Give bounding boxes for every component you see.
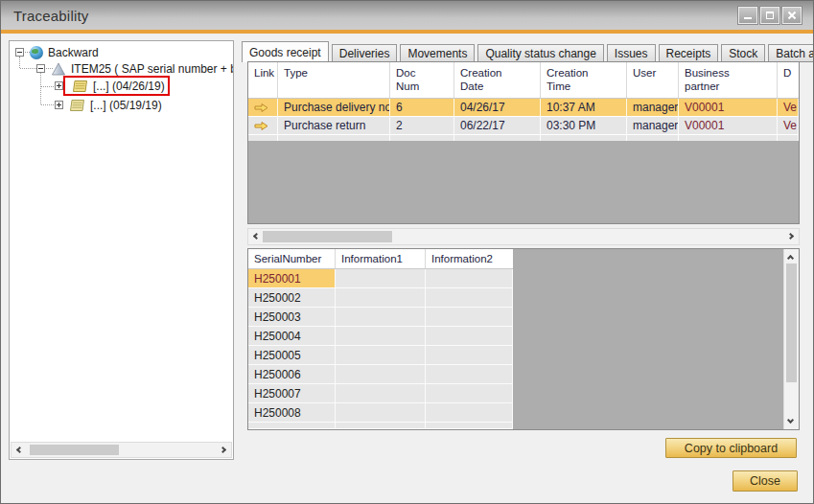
cell-serial[interactable]: H250007: [248, 384, 336, 402]
tab-issues[interactable]: Issues: [607, 44, 656, 62]
tab-stock[interactable]: Stock: [721, 44, 765, 62]
cell-information2[interactable]: [426, 365, 513, 383]
cell-business-partner[interactable]: V00001: [679, 117, 778, 134]
cell-d[interactable]: Ve: [778, 117, 799, 134]
column-header-d[interactable]: D: [778, 62, 799, 98]
cell-serial[interactable]: H250005: [248, 346, 336, 364]
collapse-icon[interactable]: [36, 64, 45, 73]
column-header-type[interactable]: Type: [278, 62, 390, 98]
tab-batch-attribute[interactable]: Batch attribute: [768, 44, 814, 62]
tree-connector: [41, 104, 54, 105]
table-row[interactable]: Purchase return 2 06/22/17 03:30 PM mana…: [248, 117, 799, 135]
column-header-doc-num[interactable]: DocNum: [390, 62, 454, 98]
cell-doc-num[interactable]: 6: [390, 99, 454, 116]
serial-row[interactable]: H250008: [248, 403, 513, 423]
globe-icon: [30, 46, 43, 59]
cell-information1[interactable]: [336, 269, 426, 287]
cell-type[interactable]: Purchase delivery note: [278, 99, 390, 116]
tree-horizontal-scrollbar[interactable]: [11, 442, 232, 458]
cell-information1[interactable]: [336, 365, 426, 383]
maximize-button[interactable]: [760, 7, 779, 24]
cell-doc-num[interactable]: 2: [390, 117, 454, 134]
tree-connector: [40, 73, 41, 104]
collapse-icon[interactable]: [15, 48, 24, 57]
documents-horizontal-scrollbar[interactable]: [247, 228, 800, 245]
column-header-link[interactable]: Link: [248, 62, 278, 98]
cell-link[interactable]: [248, 117, 278, 134]
scroll-down-icon[interactable]: [787, 417, 794, 424]
cell-serial[interactable]: H250008: [248, 403, 336, 422]
table-row[interactable]: Purchase delivery note 6 04/26/17 10:37 …: [248, 99, 799, 117]
cell-type[interactable]: Purchase return: [278, 117, 390, 134]
expand-icon[interactable]: [55, 81, 63, 90]
serial-row[interactable]: H250004: [248, 327, 513, 346]
tab-movements[interactable]: Movements: [400, 44, 475, 62]
column-header-creation-time[interactable]: CreationTime: [541, 62, 627, 98]
close-button[interactable]: [782, 7, 802, 24]
cell-information1[interactable]: [336, 403, 426, 422]
column-header-serialnumber[interactable]: SerialNumber: [248, 249, 336, 268]
cell-creation-time[interactable]: 03:30 PM: [541, 117, 627, 134]
column-header-information2[interactable]: Information2: [426, 249, 513, 268]
scrollbar-thumb[interactable]: [786, 263, 797, 382]
cell-creation-date[interactable]: 04/26/17: [454, 99, 541, 116]
close-dialog-button[interactable]: Close: [733, 470, 798, 492]
tab-receipts[interactable]: Receipts: [659, 44, 719, 62]
cell-creation-date[interactable]: 06/22/17: [454, 117, 541, 134]
serial-row[interactable]: H250007: [248, 384, 513, 403]
expand-icon[interactable]: [55, 101, 63, 109]
cell-information2[interactable]: [426, 346, 513, 364]
cell-information2[interactable]: [426, 403, 513, 422]
cell-serial[interactable]: H250003: [248, 308, 336, 326]
cell-serial[interactable]: H250004: [248, 327, 336, 345]
cell-information2[interactable]: [426, 384, 513, 402]
tree-item-batch-05-19-19[interactable]: [...] (05/19/19): [55, 97, 162, 113]
cell-information1[interactable]: [336, 346, 426, 364]
scroll-right-icon[interactable]: [220, 447, 226, 453]
column-header-information1[interactable]: Information1: [336, 249, 426, 268]
column-header-creation-date[interactable]: CreationDate: [454, 62, 541, 98]
link-arrow-icon: [254, 103, 268, 113]
cell-information2[interactable]: [426, 288, 513, 307]
cell-business-partner[interactable]: V00001: [679, 99, 778, 116]
cell-user[interactable]: manager: [627, 99, 679, 116]
cell-creation-time[interactable]: 10:37 AM: [541, 99, 627, 116]
scroll-up-icon[interactable]: [787, 255, 794, 262]
serial-row[interactable]: H250006: [248, 365, 513, 384]
copy-to-clipboard-button[interactable]: Copy to clipboard: [665, 438, 797, 458]
serial-row[interactable]: H250002: [248, 288, 513, 308]
cell-information2[interactable]: [426, 308, 513, 326]
cell-information1[interactable]: [336, 308, 426, 326]
serial-row[interactable]: H250001: [248, 269, 513, 288]
cell-information1[interactable]: [336, 327, 426, 345]
serial-row[interactable]: H250005: [248, 346, 513, 365]
column-header-user[interactable]: User: [627, 62, 679, 98]
batch-note-icon: [69, 99, 85, 112]
cell-serial[interactable]: H250001: [248, 269, 336, 287]
minimize-button[interactable]: [738, 7, 757, 24]
cell-user[interactable]: manager: [627, 117, 679, 134]
tab-quality-status-change[interactable]: Quality status change: [477, 44, 603, 62]
tree-item-backward[interactable]: Backward: [15, 44, 99, 60]
serials-vertical-scrollbar[interactable]: [783, 249, 799, 429]
cell-serial[interactable]: H250006: [248, 365, 336, 383]
scroll-right-icon[interactable]: [787, 233, 794, 240]
scroll-left-icon[interactable]: [253, 233, 260, 240]
cell-information1[interactable]: [336, 384, 426, 402]
tree-item-item25[interactable]: ITEM25 ( SAP serial number + best: [36, 60, 234, 77]
tab-goods-receipt[interactable]: Goods receipt: [242, 41, 329, 62]
cell-information2[interactable]: [426, 327, 513, 345]
cell-serial[interactable]: H250002: [248, 288, 336, 307]
cell-information1[interactable]: [336, 288, 426, 307]
serial-row[interactable]: H250003: [248, 308, 513, 327]
cell-d[interactable]: Ve: [778, 99, 799, 116]
title-bar[interactable]: Traceability: [1, 1, 813, 30]
scrollbar-thumb[interactable]: [263, 231, 392, 242]
tab-deliveries[interactable]: Deliveries: [332, 44, 398, 62]
scrollbar-thumb[interactable]: [30, 445, 119, 455]
scroll-left-icon[interactable]: [16, 447, 23, 453]
column-header-business-partner[interactable]: Businesspartner: [679, 62, 778, 98]
cell-information2[interactable]: [426, 269, 513, 287]
tree-item-batch-04-26-19[interactable]: [...] (04/26/19): [55, 76, 170, 96]
cell-link[interactable]: [248, 99, 278, 116]
